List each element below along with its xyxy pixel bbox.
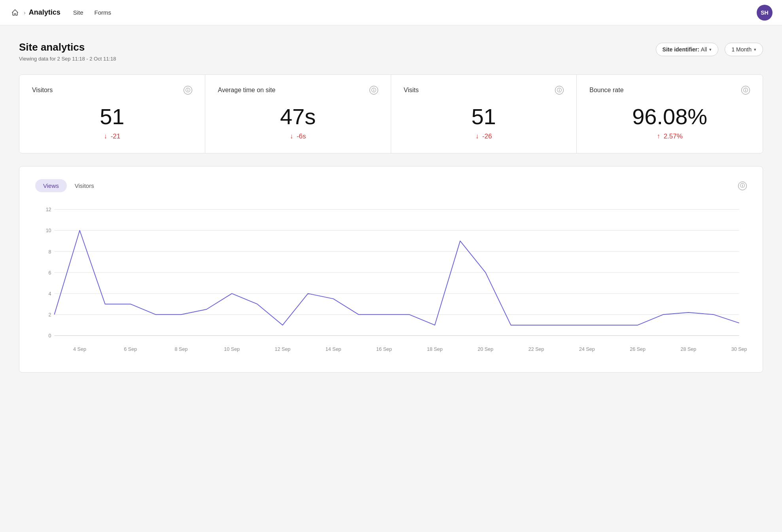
svg-text:10: 10 bbox=[46, 228, 51, 233]
stat-card: Visits ⓘ 51 ↓ -26 bbox=[391, 75, 577, 153]
svg-text:14 Sep: 14 Sep bbox=[326, 346, 341, 352]
svg-text:8: 8 bbox=[49, 249, 51, 255]
arrow-down-icon: ↓ bbox=[104, 133, 107, 140]
stat-info-icon[interactable]: ⓘ bbox=[555, 86, 564, 95]
home-icon[interactable] bbox=[9, 7, 21, 18]
stat-card: Bounce rate ⓘ 96.08% ↑ 2.57% bbox=[577, 75, 763, 153]
stat-label: Visits bbox=[404, 87, 419, 94]
arrow-down-icon: ↓ bbox=[290, 133, 293, 140]
svg-text:6 Sep: 6 Sep bbox=[124, 346, 137, 352]
time-range-dropdown[interactable]: 1 Month ▾ bbox=[725, 43, 763, 56]
page-header: Site analytics Viewing data for 2 Sep 11… bbox=[19, 41, 763, 62]
svg-text:12: 12 bbox=[46, 207, 51, 212]
svg-text:0: 0 bbox=[49, 333, 51, 339]
stat-change: ↓ -26 bbox=[404, 133, 564, 140]
arrow-down-icon: ↓ bbox=[475, 133, 479, 140]
chevron-down-icon-2: ▾ bbox=[754, 47, 756, 52]
chart-container: 0246810124 Sep6 Sep8 Sep10 Sep12 Sep14 S… bbox=[35, 202, 747, 356]
stat-info-icon[interactable]: ⓘ bbox=[741, 86, 750, 95]
site-identifier-label: Site identifier: All bbox=[663, 46, 707, 53]
stat-value: 51 bbox=[404, 106, 564, 128]
stat-card-header: Average time on site ⓘ bbox=[218, 86, 378, 95]
chevron-down-icon: ▾ bbox=[709, 47, 712, 52]
svg-text:8 Sep: 8 Sep bbox=[175, 346, 188, 352]
stat-change: ↓ -21 bbox=[32, 133, 192, 140]
chart-section: ViewsVisitors ⓘ 0246810124 Sep6 Sep8 Sep… bbox=[19, 166, 763, 373]
chart-tab-views[interactable]: Views bbox=[35, 179, 67, 192]
stat-cards: Visitors ⓘ 51 ↓ -21 Average time on site… bbox=[19, 74, 763, 153]
nav-site-link[interactable]: Site bbox=[73, 9, 83, 16]
time-range-value: 1 Month bbox=[731, 46, 752, 53]
svg-text:2: 2 bbox=[49, 312, 51, 318]
page-title: Site analytics bbox=[19, 41, 116, 53]
chart-header: ViewsVisitors ⓘ bbox=[35, 179, 747, 192]
stat-value: 51 bbox=[32, 106, 192, 128]
chart-svg: 0246810124 Sep6 Sep8 Sep10 Sep12 Sep14 S… bbox=[35, 202, 747, 355]
stat-card-header: Visits ⓘ bbox=[404, 86, 564, 95]
svg-text:18 Sep: 18 Sep bbox=[427, 346, 443, 352]
nav-forms-link[interactable]: Forms bbox=[95, 9, 112, 16]
stat-info-icon[interactable]: ⓘ bbox=[369, 86, 378, 95]
main-content: Site analytics Viewing data for 2 Sep 11… bbox=[0, 25, 782, 388]
nav-analytics-label: Analytics bbox=[29, 8, 61, 17]
chart-info-icon[interactable]: ⓘ bbox=[738, 182, 747, 190]
stat-value: 47s bbox=[218, 106, 378, 128]
stat-label: Bounce rate bbox=[589, 87, 623, 94]
page-subtitle: Viewing data for 2 Sep 11:18 - 2 Oct 11:… bbox=[19, 56, 116, 62]
stat-card-header: Bounce rate ⓘ bbox=[589, 86, 750, 95]
stat-change: ↑ 2.57% bbox=[589, 133, 750, 140]
chart-tabs: ViewsVisitors bbox=[35, 179, 102, 192]
title-block: Site analytics Viewing data for 2 Sep 11… bbox=[19, 41, 116, 62]
svg-text:10 Sep: 10 Sep bbox=[224, 346, 240, 352]
stat-card: Visitors ⓘ 51 ↓ -21 bbox=[19, 75, 205, 153]
stat-change: ↓ -6s bbox=[218, 133, 378, 140]
chart-tab-visitors[interactable]: Visitors bbox=[67, 179, 102, 192]
stat-info-icon[interactable]: ⓘ bbox=[184, 86, 192, 95]
svg-text:6: 6 bbox=[49, 270, 51, 276]
svg-text:24 Sep: 24 Sep bbox=[579, 346, 595, 352]
breadcrumb-chevron: › bbox=[24, 9, 26, 16]
user-avatar[interactable]: SH bbox=[757, 5, 773, 21]
stat-card-header: Visitors ⓘ bbox=[32, 86, 192, 95]
navbar: › Analytics Site Forms SH bbox=[0, 0, 782, 25]
site-identifier-dropdown[interactable]: Site identifier: All ▾ bbox=[656, 43, 719, 56]
stat-label: Average time on site bbox=[218, 87, 276, 94]
svg-text:26 Sep: 26 Sep bbox=[630, 346, 646, 352]
svg-text:16 Sep: 16 Sep bbox=[376, 346, 392, 352]
svg-text:12 Sep: 12 Sep bbox=[275, 346, 291, 352]
svg-text:20 Sep: 20 Sep bbox=[478, 346, 494, 352]
stat-label: Visitors bbox=[32, 87, 53, 94]
svg-text:4 Sep: 4 Sep bbox=[73, 346, 86, 352]
stat-card: Average time on site ⓘ 47s ↓ -6s bbox=[205, 75, 391, 153]
svg-text:22 Sep: 22 Sep bbox=[528, 346, 544, 352]
stat-value: 96.08% bbox=[589, 106, 750, 128]
header-controls: Site identifier: All ▾ 1 Month ▾ bbox=[656, 43, 763, 56]
svg-text:4: 4 bbox=[49, 291, 51, 297]
svg-text:28 Sep: 28 Sep bbox=[680, 346, 696, 352]
arrow-up-icon: ↑ bbox=[657, 133, 660, 140]
svg-text:30 Sep: 30 Sep bbox=[731, 346, 747, 352]
